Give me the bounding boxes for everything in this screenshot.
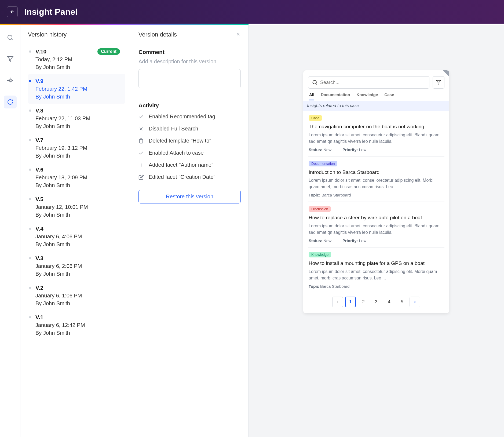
svg-marker-4 <box>436 81 441 85</box>
version-author: By John Smith <box>35 123 120 129</box>
back-button[interactable] <box>7 6 18 17</box>
edit-icon <box>138 174 144 180</box>
activity-label: Activity <box>138 102 241 109</box>
sidebar-settings[interactable] <box>4 74 17 87</box>
result-meta: Topic Barca Starboard <box>309 284 444 289</box>
filter-icon <box>436 80 441 85</box>
page-5[interactable]: 5 <box>397 297 407 307</box>
activity-item: Enabled Recommended tag <box>138 114 241 120</box>
version-date: Today, 2:12 PM <box>35 56 120 63</box>
activity-text: Disabled Full Search <box>149 126 198 132</box>
search-box[interactable] <box>308 76 429 89</box>
version-item[interactable]: V.8February 22, 11:03 PMBy John Smith <box>28 104 125 133</box>
svg-point-3 <box>313 81 316 84</box>
version-item[interactable]: V.7February 19, 3:12 PMBy John Smith <box>28 133 125 163</box>
pagination: 12345 <box>308 293 444 308</box>
version-name: V.10 <box>35 48 46 55</box>
search-icon <box>7 34 13 41</box>
version-item[interactable]: V.10CurrentToday, 2:12 PMBy John Smith <box>28 45 125 74</box>
activity-text: Enabled Recommended tag <box>149 114 215 120</box>
results-list: Case The navigation computer on the boat… <box>308 111 444 293</box>
version-author: By John Smith <box>35 182 120 188</box>
activity-list: Enabled Recommended tagDisabled Full Sea… <box>138 114 241 180</box>
result-item[interactable]: Case The navigation computer on the boat… <box>308 111 444 156</box>
version-item[interactable]: V.6February 18, 2:09 PMBy John Smith <box>28 163 125 192</box>
version-name: V.2 <box>35 285 43 291</box>
history-panel: Version history V.10CurrentToday, 2:12 P… <box>20 25 131 437</box>
close-button[interactable] <box>236 32 241 38</box>
restore-button[interactable]: Restore this version <box>138 190 241 203</box>
version-item[interactable]: V.4January 6, 4:06 PMBy John Smith <box>28 222 125 251</box>
comment-label: Comment <box>138 49 241 55</box>
version-name: V.9 <box>35 78 43 84</box>
page-2[interactable]: 2 <box>358 297 369 307</box>
svg-point-0 <box>8 35 12 39</box>
result-badge: Knowledge <box>309 252 331 257</box>
result-snippet: Lorem ipsum dolor sit amet, consectetur … <box>309 132 444 145</box>
search-input[interactable] <box>320 80 425 85</box>
page-title: Insight Panel <box>24 7 78 17</box>
preview-filter-button[interactable] <box>433 76 444 89</box>
version-author: By John Smith <box>35 330 120 336</box>
sidebar-history[interactable] <box>4 96 17 108</box>
version-name: V.8 <box>35 107 43 114</box>
version-name: V.5 <box>35 196 43 202</box>
tab-case[interactable]: Case <box>384 92 394 100</box>
result-meta: Topic: Barca Starboard <box>309 193 444 197</box>
page-next[interactable] <box>410 297 420 307</box>
version-item[interactable]: V.9February 22, 1:42 PMBy John Smith <box>28 74 125 104</box>
version-name: V.6 <box>35 166 43 173</box>
history-panel-title: Version history <box>20 31 131 45</box>
page-1[interactable]: 1 <box>345 297 356 307</box>
version-name: V.7 <box>35 137 43 143</box>
tab-all[interactable]: All <box>309 92 314 100</box>
activity-text: Added facet "Author name" <box>149 162 213 168</box>
expand-corner[interactable] <box>443 70 449 77</box>
trash-icon <box>138 138 144 144</box>
version-author: By John Smith <box>35 271 120 277</box>
version-date: January 6, 4:06 PM <box>35 234 120 240</box>
activity-text: Edited facet "Creation Date" <box>149 174 216 180</box>
activity-text: Deleted template "How to" <box>149 138 211 144</box>
result-meta: Status: NewPriority: Low <box>309 238 444 243</box>
check-icon <box>138 114 144 119</box>
version-author: By John Smith <box>35 94 120 100</box>
version-author: By John Smith <box>35 300 120 307</box>
details-panel: Version details Comment Add a descriptio… <box>131 25 249 437</box>
gear-icon <box>7 77 13 84</box>
result-title: How to replace a steer by wire auto pilo… <box>309 214 444 221</box>
version-date: February 22, 11:03 PM <box>35 115 120 122</box>
result-item[interactable]: Documentation Introduction to Barca Star… <box>308 156 444 202</box>
page-3[interactable]: 3 <box>371 297 382 307</box>
version-author: By John Smith <box>35 212 120 218</box>
tab-knowledge[interactable]: Knowledge <box>356 92 378 100</box>
version-date: January 6, 2:06 PM <box>35 263 120 269</box>
x-icon <box>138 126 144 132</box>
search-icon <box>312 80 317 85</box>
version-date: January 6, 12:42 PM <box>35 322 120 328</box>
comment-input[interactable] <box>138 69 241 88</box>
version-item[interactable]: V.3January 6, 2:06 PMBy John Smith <box>28 251 125 281</box>
sidebar-search[interactable] <box>4 31 17 44</box>
history-icon <box>7 99 13 105</box>
insights-banner: Insights related to this case <box>303 101 449 111</box>
activity-item: Enabled Attach to case <box>138 150 241 156</box>
sidebar-filter[interactable] <box>4 53 17 65</box>
tab-documentation[interactable]: Documentation <box>321 92 350 100</box>
app-header: Insight Panel <box>0 0 504 24</box>
result-title: Introduction to Barca Starboard <box>309 169 444 176</box>
version-item[interactable]: V.5January 12, 10:01 PMBy John Smith <box>28 192 125 222</box>
result-badge: Documentation <box>309 161 337 166</box>
activity-item: Edited facet "Creation Date" <box>138 174 241 180</box>
svg-marker-1 <box>8 57 13 61</box>
preview-tabs: AllDocumentationKnowledgeCase <box>308 92 444 101</box>
version-item[interactable]: V.2January 6, 1:06 PMBy John Smith <box>28 281 125 310</box>
version-item[interactable]: V.1January 6, 12:42 PMBy John Smith <box>28 310 125 340</box>
page-prev[interactable] <box>332 297 343 307</box>
result-item[interactable]: Discussion How to replace a steer by wir… <box>308 202 444 247</box>
check-icon <box>138 150 144 156</box>
page-4[interactable]: 4 <box>384 297 395 307</box>
result-item[interactable]: Knowledge How to install a mounting plat… <box>308 247 444 293</box>
current-badge: Current <box>97 48 120 55</box>
version-author: By John Smith <box>35 153 120 159</box>
